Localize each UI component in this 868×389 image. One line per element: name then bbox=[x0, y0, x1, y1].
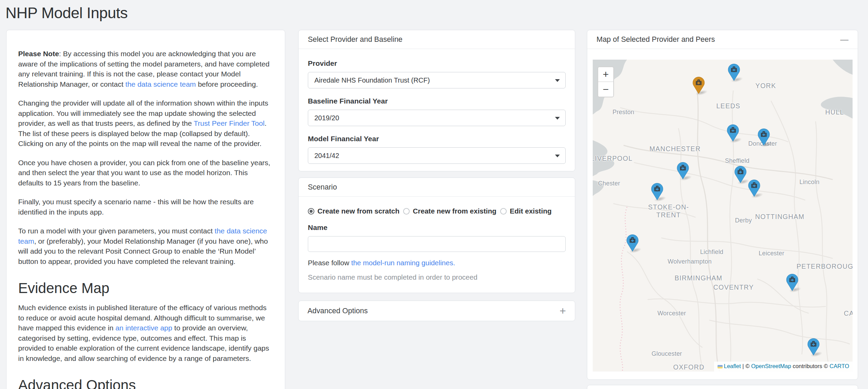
chevron-down-icon bbox=[555, 79, 560, 82]
baseline-year-label: Baseline Financial Year bbox=[308, 97, 566, 105]
radio-button-icon bbox=[308, 208, 314, 215]
baseline-year-select[interactable]: 2019/20 bbox=[308, 110, 566, 126]
advanced-options-card[interactable]: Advanced Options + bbox=[298, 301, 575, 321]
provider-card-body: Provider Airedale NHS Foundation Trust (… bbox=[299, 49, 575, 174]
help-prefix: Please follow bbox=[308, 259, 351, 267]
radio-label: Edit existing bbox=[510, 207, 552, 215]
paragraph: To run a model with your given parameter… bbox=[18, 226, 273, 266]
map-card-header: Map of Selected Provider and Peers — bbox=[587, 30, 858, 49]
intro-sections: Please Note: By accessing this model you… bbox=[18, 49, 273, 389]
zoom-out-button[interactable]: − bbox=[598, 82, 613, 97]
openstreetmap-link[interactable]: OpenStreetMap bbox=[751, 363, 791, 369]
text-link[interactable]: the data science team bbox=[125, 80, 196, 88]
naming-guidelines-line: Please follow the model-run naming guide… bbox=[308, 259, 566, 267]
peer-marker[interactable] bbox=[651, 183, 663, 200]
radio-edit-existing[interactable]: Edit existing bbox=[500, 207, 552, 215]
scenario-name-required-note: Scenario name must be completed in order… bbox=[308, 273, 566, 281]
radio-button-icon bbox=[403, 208, 410, 215]
peer-marker[interactable] bbox=[626, 234, 639, 252]
radio-label: Create new from existing bbox=[413, 207, 496, 215]
radio-create-new-from-scratch[interactable]: Create new from scratch bbox=[308, 207, 399, 215]
peer-marker[interactable] bbox=[677, 162, 689, 179]
text-link[interactable]: Trust Peer Finder Tool bbox=[194, 119, 265, 127]
leaflet-map[interactable]: PrestonYORKLEEDSHULLMANCHESTERLIVERPOOLD… bbox=[593, 60, 853, 372]
paragraph: Changing the provider will update all of… bbox=[18, 98, 273, 149]
provider-baseline-card: Select Provider and Baseline Provider Ai… bbox=[298, 30, 575, 171]
scenario-card: Scenario Create new from scratch Create … bbox=[298, 178, 575, 293]
radio-button-icon bbox=[500, 208, 507, 215]
map-zoom-control: + − bbox=[598, 66, 614, 97]
provider-select-value: Airedale NHS Foundation Trust (RCF) bbox=[314, 76, 430, 84]
ukraine-flag-icon bbox=[718, 365, 723, 368]
advanced-options-title: Advanced Options bbox=[308, 307, 368, 315]
text: , or (preferably), your Model Relationsh… bbox=[18, 237, 268, 265]
expand-plus-icon[interactable]: + bbox=[559, 305, 566, 316]
text: Once you have chosen a provider, you can… bbox=[18, 159, 270, 187]
collapse-minus-icon[interactable]: — bbox=[840, 35, 848, 44]
peer-marker[interactable] bbox=[727, 124, 739, 142]
model-year-select-value: 2041/42 bbox=[314, 152, 339, 160]
leaflet-link[interactable]: Leaflet bbox=[724, 363, 741, 369]
paragraph: Once you have chosen a provider, you can… bbox=[18, 158, 273, 188]
zoom-in-button[interactable]: + bbox=[598, 67, 613, 82]
baseline-year-select-value: 2019/20 bbox=[314, 114, 339, 122]
section-heading: Evidence Map bbox=[18, 280, 273, 296]
peer-marker[interactable] bbox=[734, 166, 747, 183]
text: Finally, you must specify a scenario nam… bbox=[18, 198, 254, 216]
osm-copyright-prefix: © bbox=[745, 363, 751, 369]
section-heading: Advanced Options bbox=[18, 377, 273, 389]
provider-card-title: Select Provider and Baseline bbox=[308, 35, 402, 44]
text: before proceeding. bbox=[196, 80, 258, 88]
map-card: Map of Selected Provider and Peers — bbox=[587, 30, 858, 380]
radio-create-new-from-existing[interactable]: Create new from existing bbox=[403, 207, 496, 215]
osm-contributors-text: contributors © bbox=[791, 363, 830, 369]
scenario-type-radio-group: Create new from scratch Create new from … bbox=[308, 207, 566, 215]
model-year-select[interactable]: 2041/42 bbox=[308, 147, 566, 164]
provider-card-header: Select Provider and Baseline bbox=[299, 30, 575, 49]
peer-list-card-partial bbox=[587, 385, 858, 389]
paragraph: Much evidence exists in published litera… bbox=[18, 303, 273, 363]
scenario-card-title: Scenario bbox=[308, 183, 337, 192]
chevron-down-icon bbox=[555, 117, 560, 120]
attribution-separator: | bbox=[741, 363, 745, 369]
bold-text: Please Note bbox=[18, 50, 59, 58]
scenario-name-label: Name bbox=[308, 223, 566, 232]
text-link[interactable]: an interactive app bbox=[116, 324, 172, 332]
map-card-title: Map of Selected Provider and Peers bbox=[596, 35, 715, 44]
map-attribution: Leaflet | © OpenStreetMap contributors ©… bbox=[714, 362, 853, 372]
provider-select[interactable]: Airedale NHS Foundation Trust (RCF) bbox=[308, 72, 566, 88]
map-base-tiles bbox=[593, 60, 853, 372]
text: To run a model with your given parameter… bbox=[18, 227, 215, 235]
peer-marker[interactable] bbox=[786, 274, 799, 291]
scenario-card-header: Scenario bbox=[299, 178, 575, 197]
peer-marker[interactable] bbox=[757, 129, 770, 146]
provider-label: Provider bbox=[308, 59, 566, 68]
peer-marker[interactable] bbox=[727, 64, 740, 81]
naming-guidelines-link[interactable]: the model-run naming guidelines. bbox=[351, 259, 455, 267]
page-title: NHP Model Inputs bbox=[5, 4, 128, 22]
carto-link[interactable]: CARTO bbox=[830, 363, 849, 369]
scenario-card-body: Create new from scratch Create new from … bbox=[299, 197, 575, 292]
paragraph: Finally, you must specify a scenario nam… bbox=[18, 197, 273, 217]
peer-marker[interactable] bbox=[807, 338, 820, 355]
radio-label: Create new from scratch bbox=[317, 207, 399, 215]
provider-marker[interactable] bbox=[692, 77, 705, 94]
model-year-label: Model Financial Year bbox=[308, 135, 566, 143]
scenario-name-input[interactable] bbox=[308, 236, 566, 252]
paragraph: Please Note: By accessing this model you… bbox=[18, 49, 273, 89]
instructions-card: Please Note: By accessing this model you… bbox=[6, 30, 285, 389]
peer-marker[interactable] bbox=[748, 180, 761, 197]
chevron-down-icon bbox=[555, 155, 560, 157]
